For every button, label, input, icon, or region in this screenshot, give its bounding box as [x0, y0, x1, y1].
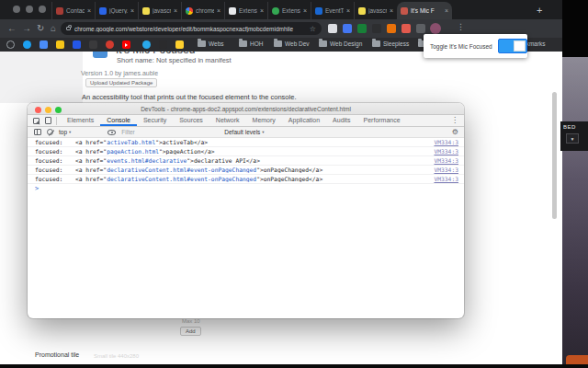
console-prompt[interactable]: > [28, 184, 464, 193]
bookmark-favicon-ring[interactable] [6, 40, 15, 49]
back-icon[interactable]: ← [7, 22, 17, 34]
tab-eventtarget[interactable]: EventTa× [311, 2, 354, 19]
device-toolbar-icon[interactable] [45, 117, 51, 124]
tab-close-icon[interactable]: × [87, 7, 91, 14]
bookmark-favicon-red-dot[interactable] [106, 40, 114, 49]
source-location-link[interactable]: VM334:3 [434, 148, 458, 155]
extension-icon-1[interactable] [328, 24, 337, 33]
console-log-value: <a href="pageAction.html">pageAction</a> [75, 148, 434, 155]
href-link[interactable]: declarativeContent.html#event-onPageChan… [107, 167, 256, 173]
devtools-tab-application[interactable]: Application [282, 115, 326, 126]
version-text: Version 1.0 by james.auble [81, 70, 158, 76]
bookmark-folder-webdev[interactable]: Web Dev [274, 40, 310, 47]
extension-icon-2[interactable] [343, 24, 352, 33]
log-levels-dropdown[interactable]: Default levels▾ [224, 129, 264, 135]
extension-icon-4[interactable] [372, 24, 381, 33]
source-location-link[interactable]: VM334:3 [434, 157, 458, 164]
tab-extensions-2[interactable]: Extensio× [267, 2, 311, 19]
bookmark-favicon-youtube[interactable] [122, 40, 130, 49]
devtools-titlebar[interactable]: DevTools - chrome-apps-doc2.appspot.com/… [28, 103, 464, 115]
bookmark-folder-sleepless[interactable]: Sleepless [372, 40, 409, 47]
bookmark-folder-webs[interactable]: Webs [198, 40, 224, 47]
gear-icon[interactable]: ⚙ [452, 127, 458, 138]
extension-app-icon [93, 52, 107, 58]
console-filter-input[interactable] [121, 129, 204, 135]
bookmark-folder-hoh[interactable]: HOH [239, 40, 263, 47]
extension-icon-5[interactable] [387, 24, 396, 33]
home-icon[interactable]: ⌂ [51, 22, 56, 34]
devtools-tab-memory[interactable]: Memory [246, 115, 282, 126]
bookmark-favicon-x[interactable] [159, 40, 167, 49]
tab-close-icon[interactable]: × [445, 7, 448, 14]
tab-its-mic-focused-active[interactable]: It's Mic F× [397, 2, 452, 19]
upload-package-button[interactable]: Upload Updated Package [85, 78, 157, 87]
new-tab-button[interactable]: + [537, 4, 542, 17]
bookmark-favicon-twitter[interactable] [23, 40, 31, 49]
live-expression-eye-icon[interactable] [107, 130, 116, 135]
tab-close-icon[interactable]: × [260, 7, 264, 14]
bookmark-folder-webdesign[interactable]: Web Design [319, 40, 362, 47]
address-bar[interactable]: chrome.google.com/webstore/developer/edi… [61, 22, 322, 35]
source-location-link[interactable]: VM334:3 [434, 167, 458, 173]
browser-menu-icon[interactable]: ⋮ [457, 22, 465, 31]
href-link[interactable]: pageAction.html [107, 148, 159, 155]
href-link[interactable]: events.html#declarative [107, 157, 187, 164]
macos-minimize-button[interactable] [26, 6, 33, 13]
tab-jquery[interactable]: jQuery.m× [95, 2, 138, 19]
extension-icon-6[interactable] [401, 24, 411, 33]
console-sidebar-icon[interactable] [34, 129, 41, 135]
tab-contact[interactable]: Contact -× [51, 2, 95, 19]
devtools-tab-console[interactable]: Console [100, 115, 137, 126]
bookmark-favicon-dark[interactable] [89, 40, 97, 49]
tab-close-icon[interactable]: × [303, 7, 307, 14]
tab-close-icon[interactable]: × [346, 7, 350, 14]
console-output: focused: <a href="activeTab.html">active… [28, 138, 464, 193]
devtools-tab-security[interactable]: Security [137, 115, 173, 126]
devtools-tab-sources[interactable]: Sources [173, 115, 209, 126]
source-location-link[interactable]: VM334:3 [434, 176, 458, 182]
tab-close-icon[interactable]: × [130, 7, 134, 14]
tab-close-icon[interactable]: × [174, 7, 177, 14]
page-scrollbar[interactable] [552, 92, 557, 219]
lock-icon [66, 27, 71, 30]
bookmark-favicon-blue[interactable] [40, 40, 48, 49]
tab-extensions-1[interactable]: Extensio× [224, 2, 267, 19]
bookmark-favicon-21[interactable] [73, 40, 81, 49]
devtools-tab-network[interactable]: Network [209, 115, 246, 126]
bookmark-star-icon[interactable]: ☆ [310, 25, 316, 33]
mic-focused-toggle[interactable] [498, 39, 527, 53]
forward-icon[interactable]: → [22, 22, 31, 34]
add-button[interactable]: Add [180, 327, 201, 336]
source-location-link[interactable]: VM334:3 [434, 139, 458, 145]
clear-console-icon[interactable] [47, 129, 53, 135]
tab-close-icon[interactable]: × [390, 7, 393, 14]
href-link[interactable]: declarativeContent.html#event-onPageChan… [107, 176, 256, 182]
inspect-element-icon[interactable] [33, 118, 40, 124]
tab-javascript-1[interactable]: javascrip× [138, 2, 181, 19]
reload-icon[interactable]: ↻ [37, 22, 44, 34]
devtools-tab-performance[interactable]: Performance [357, 115, 407, 126]
bookmark-favicon-bird[interactable] [175, 40, 184, 49]
devtools-tab-elements[interactable]: Elements [61, 115, 100, 126]
devtools-menu-icon[interactable]: ⋮ [451, 116, 458, 124]
tab-label: Extensio [282, 7, 300, 14]
profile-avatar[interactable] [430, 23, 441, 34]
url-text[interactable]: chrome.google.com/webstore/developer/edi… [74, 26, 306, 32]
href-link[interactable]: activeTab.html [107, 139, 155, 145]
bookmark-favicon-telegram[interactable] [142, 40, 151, 49]
console-log-value: <a href="declarativeContent.html#event-o… [75, 176, 434, 182]
subscribed-badge: BED ▼ [560, 121, 588, 151]
extensions-favicon [229, 7, 236, 15]
bookmark-favicon-yellow[interactable] [56, 40, 64, 49]
extension-icon-7[interactable] [416, 24, 425, 33]
tab-close-icon[interactable]: × [217, 7, 220, 14]
context-selector[interactable]: top▾ [59, 129, 71, 135]
console-log-value: <a href="activeTab.html">activeTab</a> [75, 139, 434, 145]
extension-icon-3[interactable] [357, 24, 367, 33]
tab-chrome[interactable]: chrome.g× [181, 2, 224, 19]
macos-close-button[interactable] [13, 6, 20, 13]
macos-zoom-button[interactable] [39, 6, 46, 13]
devtools-tab-audits[interactable]: Audits [326, 115, 356, 126]
chevron-down-icon[interactable]: ▼ [566, 133, 579, 144]
tab-javascript-2[interactable]: javascrip× [354, 2, 397, 19]
